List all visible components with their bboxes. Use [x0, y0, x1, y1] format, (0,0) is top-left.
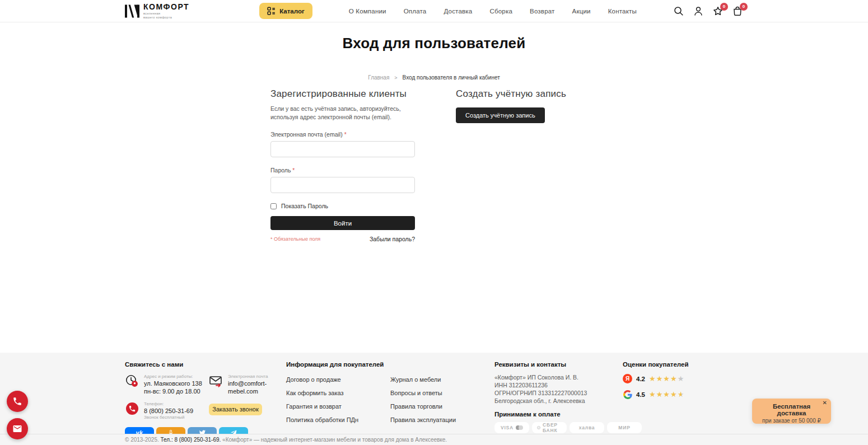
company-region: Белгородская обл., г. Алексеевка	[494, 397, 621, 405]
toast-close-icon[interactable]: ✕	[823, 400, 827, 406]
nav-contacts[interactable]: Контакты	[608, 8, 637, 15]
info-heading: Информация для покупателей	[286, 361, 494, 368]
contact-heading: Свяжитесь с нами	[125, 361, 286, 368]
clock-location-icon	[125, 374, 139, 388]
link-faq[interactable]: Вопросы и ответы	[390, 390, 442, 396]
google-rating-row: 4.5 ★★★★★	[623, 390, 743, 399]
show-password-label: Показать Пароль	[281, 203, 328, 209]
main-content: Вход для пользователей Главная > Вход по…	[0, 22, 868, 353]
toast-title: Бесплатная доставка	[758, 403, 825, 416]
catalog-button-label: Каталог	[279, 8, 305, 15]
mail-icon	[12, 424, 22, 434]
favorites-badge: 0	[720, 3, 728, 11]
free-delivery-toast: ✕ Бесплатная доставка при заказе от 50 0…	[752, 399, 831, 424]
nav-promotions[interactable]: Акции	[572, 8, 591, 15]
login-heading: Зарегистрированные клиенты	[270, 88, 415, 100]
catalog-grid-icon	[267, 7, 276, 15]
breadcrumb-current: Вход пользователя в личный кабинет	[403, 74, 500, 81]
create-account-button[interactable]: Создать учётную запись	[456, 107, 545, 123]
breadcrumb-home[interactable]: Главная	[368, 74, 389, 81]
breadcrumb-separator: >	[394, 75, 397, 81]
payments-heading: Принимаем к оплате	[494, 411, 621, 418]
phone-value[interactable]: 8 (800) 250-31-69	[144, 407, 193, 415]
phone-icon	[12, 396, 22, 406]
copyright-phone: Тел.: 8 (800) 250-31-69.	[161, 437, 221, 443]
required-fields-note: * Обязательные поля	[270, 236, 320, 242]
link-usage-rules[interactable]: Правила эксплуатации	[390, 416, 456, 423]
floating-phone-button[interactable]	[7, 391, 28, 412]
nav-about[interactable]: О Компании	[349, 8, 386, 15]
email-input[interactable]	[270, 141, 415, 157]
company-inn: ИНН 312203611236	[494, 382, 621, 390]
ratings-heading: Оценки покупателей	[623, 361, 743, 368]
breadcrumb: Главная > Вход пользователя в личный каб…	[0, 74, 868, 81]
auth-section: Зарегистрированные клиенты Если у вас ес…	[270, 88, 600, 242]
copyright-years: © 2013-2025.	[125, 437, 159, 443]
copyright-text: «Комфорт» — надежный интернет-магазин ме…	[222, 437, 447, 443]
copyright-bar: © 2013-2025. Тел.: 8 (800) 250-31-69. «К…	[0, 434, 868, 445]
favorites-icon[interactable]: 0	[712, 6, 724, 17]
nav-returns[interactable]: Возврат	[530, 8, 555, 15]
email-label: Электронная почта (email) *	[270, 131, 415, 138]
yandex-stars: ★★★★★	[649, 375, 684, 382]
google-rating-value: 4.5	[636, 391, 645, 398]
address-label: Адрес и режим работы:	[144, 374, 202, 379]
logo[interactable]: КОМФОРТ вселенная вашего комфорта	[125, 2, 189, 20]
show-password-row: Показать Пароль	[270, 203, 415, 209]
footer-requisites-column: Реквизиты и контакты «Комфорт» ИП Соколо…	[494, 361, 621, 439]
envelope-arrow-icon	[209, 374, 223, 388]
nav-delivery[interactable]: Доставка	[444, 8, 472, 15]
sberbank-badge: СБЕР БАНК	[532, 422, 567, 433]
google-stars: ★★★★★	[649, 391, 684, 398]
google-icon	[623, 390, 632, 399]
halva-badge: халва	[570, 422, 604, 433]
logo-tagline: вселенная вашего комфорта	[143, 12, 189, 20]
toast-subtitle: при заказе от 50 000 ₽	[758, 418, 825, 424]
link-personal-data-policy[interactable]: Политика обработки ПДн	[286, 416, 358, 423]
nav-assembly[interactable]: Сборка	[489, 8, 512, 15]
link-trade-rules[interactable]: Правила торговли	[390, 403, 442, 410]
email-block: Электронная почта info@comfort-mebel.com	[209, 374, 286, 396]
show-password-checkbox[interactable]	[270, 203, 277, 209]
login-description: Если у вас есть учётная запись, авторизу…	[270, 105, 415, 121]
requisites-heading: Реквизиты и контакты	[494, 361, 621, 368]
floating-email-button[interactable]	[7, 418, 28, 439]
login-button[interactable]: Войти	[270, 216, 415, 230]
address-value: ул. Маяковского 138	[144, 380, 202, 387]
phone-label: Телефон:	[144, 401, 193, 406]
page-title: Вход для пользователей	[0, 35, 868, 52]
main-nav: О Компании Оплата Доставка Сборка Возвра…	[329, 8, 656, 15]
link-how-to-order[interactable]: Как оформить заказ	[286, 390, 344, 396]
phone-circle-icon	[125, 401, 139, 416]
footer-info-column: Информация для покупателей Договор о про…	[286, 361, 494, 439]
link-warranty[interactable]: Гарантия и возврат	[286, 403, 342, 410]
catalog-button[interactable]: Каталог	[259, 3, 312, 19]
callback-button[interactable]: Заказать звонок	[209, 404, 262, 415]
search-icon[interactable]	[673, 6, 684, 17]
email-label: Электронная почта	[228, 374, 286, 379]
page: КОМФОРТ вселенная вашего комфорта Катало…	[0, 0, 868, 445]
hours-value: пн-вс: 9.00 до 18.00	[144, 387, 202, 395]
footer-contact-column: Свяжитесь с нами Адрес и режим работы: у…	[125, 361, 286, 439]
company-name: «Комфорт» ИП Соколова И. В.	[494, 374, 621, 382]
password-input[interactable]	[270, 177, 415, 193]
email-value[interactable]: info@comfort-mebel.com	[228, 380, 286, 396]
cart-icon[interactable]: 0	[732, 6, 743, 17]
mastercard-icon	[516, 425, 523, 430]
logo-mark-icon	[125, 4, 139, 18]
logo-name: КОМФОРТ	[143, 2, 189, 11]
link-furniture-journal[interactable]: Журнал о мебели	[390, 376, 441, 383]
forgot-password-link[interactable]: Забыли пароль?	[370, 236, 415, 242]
link-sales-contract[interactable]: Договор о продаже	[286, 376, 341, 383]
visa-badge: VISA	[494, 422, 529, 433]
phone-note: Звонок бесплатный	[144, 415, 193, 420]
phone-block: Телефон: 8 (800) 250-31-69 Звонок беспла…	[125, 401, 209, 420]
address-block: Адрес и режим работы: ул. Маяковского 13…	[125, 374, 209, 396]
footer: Свяжитесь с нами Адрес и режим работы: у…	[0, 353, 868, 434]
yandex-icon: Я	[623, 374, 632, 383]
yandex-rating-row: Я 4.2 ★★★★★	[623, 374, 743, 383]
cart-badge: 0	[740, 3, 748, 11]
company-ogrn: ОГРН/ОГРНИП 313312227000013	[494, 390, 621, 397]
nav-payment[interactable]: Оплата	[404, 8, 427, 15]
account-icon[interactable]	[693, 6, 704, 17]
